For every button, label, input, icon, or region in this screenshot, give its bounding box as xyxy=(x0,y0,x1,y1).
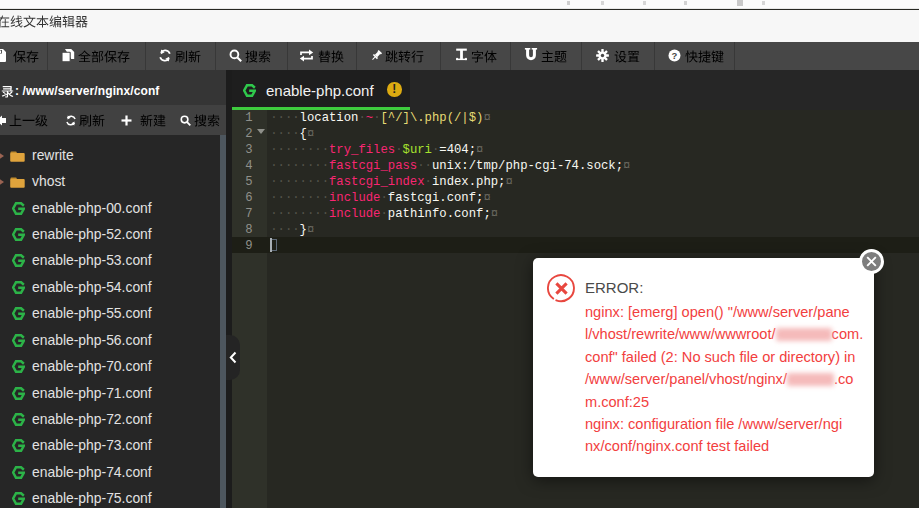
svg-text:?: ? xyxy=(671,50,677,61)
